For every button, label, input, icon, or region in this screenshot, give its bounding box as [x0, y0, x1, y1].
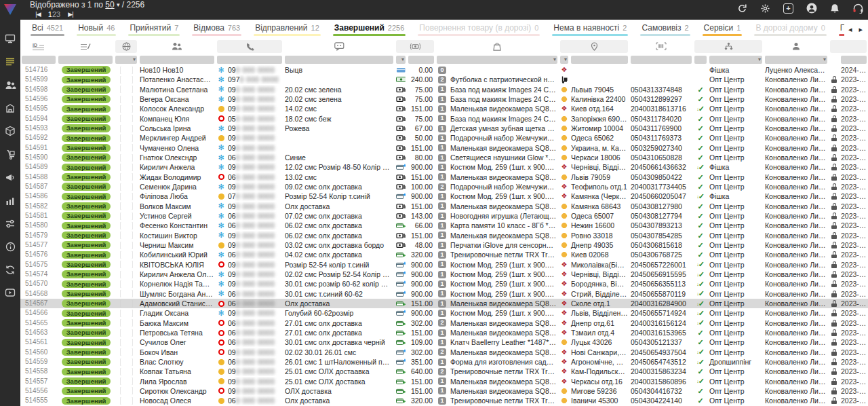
tracking-number[interactable]: 0504307854285	[629, 231, 693, 240]
table-row[interactable]: 514579 Завершений Костишин Виктор ✻ 090 …	[20, 231, 868, 240]
table-row[interactable]: 514593 Завершений Сольська Ірина ✻ 090 0…	[20, 124, 868, 133]
tab-8[interactable]: Самовивіз 2	[634, 20, 696, 39]
column-channel-header[interactable]	[694, 40, 762, 53]
tracking-number[interactable]: 0504308127980	[629, 202, 693, 211]
sidebar-item-procurement[interactable]	[0, 143, 20, 166]
sidebar-item-automation[interactable]	[0, 212, 20, 235]
sidebar-item-dashboard[interactable]	[0, 27, 20, 50]
table-row[interactable]: 514588 Завершений Жидак Володимир 060 00…	[20, 172, 868, 182]
column-comment-header[interactable]	[285, 40, 393, 53]
table-row[interactable]: 514592 Завершений Мерклингер Андрей 090 …	[20, 133, 868, 143]
tracking-number[interactable]: 20400317734405	[629, 182, 693, 191]
table-row[interactable]: 514560 Завершений Бокоч Иван 090 000 000…	[20, 348, 868, 357]
tab-1[interactable]: Новый 46	[71, 20, 122, 39]
table-row[interactable]: 514556 Завершений Сиротюк Олександр 090 …	[20, 386, 868, 396]
filter-dropdown-arrow-icon[interactable]: ▾	[401, 56, 404, 64]
column-filter-input[interactable]: ▾	[560, 56, 568, 64]
tracking-number[interactable]: 20450656915595	[629, 270, 693, 279]
column-filter-input[interactable]	[22, 56, 56, 64]
column-filter-input[interactable]	[571, 56, 628, 64]
column-manager-header[interactable]	[765, 40, 827, 53]
tracking-number[interactable]: 20400316284900	[629, 299, 693, 308]
filter-dropdown-arrow-icon[interactable]: ▾	[133, 56, 136, 64]
column-id-header[interactable]: ID	[22, 40, 56, 53]
table-row[interactable]: 514563 Завершений Петровська Тетяна 060 …	[20, 328, 868, 337]
table-row[interactable]: 514570 Завершений Корнелюк Надія Та… ✻ 0…	[20, 279, 868, 289]
table-row[interactable]: 514598 Завершений Малютина Светлана ✻ 09…	[20, 85, 868, 94]
column-filter-input[interactable]	[285, 56, 393, 64]
table-row[interactable]: 514587 Завершений Семенюк Дарина ✻ 090 0…	[20, 182, 868, 191]
table-row[interactable]: 514586 Завершений Філіпова Люба 070 000 …	[20, 191, 868, 201]
sidebar-item-orders[interactable]	[0, 50, 20, 73]
tracking-number[interactable]: 20450656355113	[629, 279, 693, 289]
sidebar-item-marketing[interactable]	[0, 166, 20, 189]
tracking-number[interactable]: 0504311769373	[629, 133, 693, 143]
tracking-number[interactable]: 0504308127794	[629, 211, 693, 221]
sidebar-item-partners[interactable]	[0, 258, 20, 281]
page-button-3[interactable]: 3	[56, 10, 60, 18]
gear-icon[interactable]	[760, 3, 770, 14]
table-row[interactable]: 514559 Завершений Влас Слотюу 060 000 00…	[20, 357, 868, 367]
tracking-number[interactable]: 20450661436632	[629, 162, 693, 172]
tracking-number[interactable]: 0504304416732	[629, 386, 693, 396]
table-row[interactable]: 514557 Завершений Лила Ярослав 090 000 0…	[20, 377, 868, 386]
table-row[interactable]: 514568 Завершений Шумляс Богдана Ан… ✻ 0…	[20, 289, 868, 299]
column-filter-input[interactable]	[140, 56, 214, 64]
tracking-number[interactable]: 0504306815618	[629, 240, 693, 250]
table-row[interactable]: 514577 Завершений Черниш Максим 090 000 …	[20, 240, 868, 250]
table-row[interactable]: 514596 Завершений Вегера Оксана ✻ 090 00…	[20, 94, 868, 104]
table-row[interactable]: 514566 Завершений Гладик Оксана ✻ 090 00…	[20, 308, 868, 318]
table-row[interactable]: 514574 Завершений Кирилич Анжела Ол… ✻ 0…	[20, 270, 868, 279]
tab-5[interactable]: Завершений 2256	[327, 20, 412, 39]
table-row[interactable]: 514582 Завершений Волков Максим ✻ 090 00…	[20, 202, 868, 211]
tracking-number[interactable]: 20450655870119	[629, 289, 693, 299]
tracking-number[interactable]: 20450660205047	[629, 191, 693, 201]
tab-10[interactable]: В дорозі додому 0	[748, 20, 832, 39]
page-size-dropdown[interactable]: 50 ▾	[105, 0, 119, 10]
tracking-number[interactable]: 20400315863234	[629, 367, 693, 376]
column-phone-header[interactable]	[217, 40, 282, 53]
table-row[interactable]: 514567 Завершений Адамовский Станис… 060…	[20, 299, 868, 308]
tracking-number[interactable]: 0504305121337	[629, 337, 693, 347]
table-row[interactable]: 514595 Завершений Колосок Александр 090 …	[20, 104, 868, 113]
tracking-number[interactable]: 20450655714924	[629, 308, 693, 318]
column-tracking-header[interactable]	[631, 40, 692, 53]
tracking-number[interactable]: 0504310650828	[629, 153, 693, 162]
tracking-number[interactable]: 20450654937504	[629, 348, 693, 357]
table-row[interactable]: 514555 Завершений Новосад Олеся 060 000 …	[20, 396, 868, 405]
first-page-button[interactable]: |◀	[30, 10, 46, 19]
table-row[interactable]: 514599 Завершений Потапенко Анастас… ✻ 0…	[20, 75, 868, 84]
tab-0[interactable]: Всі 4521	[24, 20, 71, 39]
tracking-number[interactable]: 0504313374848	[629, 85, 693, 94]
tracking-number[interactable]: 0504306768725	[629, 250, 693, 259]
table-row[interactable]: 514589 Завершений Кирилич Анжела ✻ 090 0…	[20, 162, 868, 172]
filter-dropdown-arrow-icon[interactable]: ▾	[758, 56, 761, 64]
sidebar-item-statistics[interactable]	[0, 189, 20, 212]
table-row[interactable]: 514575 Завершений КВІТОВСЬКА ЮЛІЯ 090 00…	[20, 260, 868, 270]
table-row[interactable]: 514580 Завершений Фесенко Константин ✻ 0…	[20, 221, 868, 230]
add-order-button[interactable]: +	[783, 3, 793, 14]
tracking-number[interactable]: 0504312899297	[629, 94, 693, 104]
column-filter-input[interactable]	[58, 56, 113, 64]
sidebar-item-info[interactable]	[0, 235, 20, 258]
column-filter-input[interactable]: ▾	[765, 56, 827, 64]
tracking-number[interactable]: 20400315860896	[629, 377, 693, 386]
tracking-number[interactable]: 20400318613716	[629, 104, 693, 113]
filter-dropdown-arrow-icon[interactable]: ▾	[564, 56, 567, 64]
tracking-number[interactable]: 20400316156124	[629, 318, 693, 328]
tab-7[interactable]: Нема в наявності 2	[546, 20, 634, 39]
filter-dropdown-arrow-icon[interactable]: ▾	[553, 56, 556, 64]
tracking-number[interactable]: 20450657226001	[629, 260, 693, 270]
column-country-header[interactable]	[115, 40, 137, 53]
column-filter-input[interactable]	[408, 56, 434, 64]
column-filter-input[interactable]	[841, 56, 867, 64]
table-row[interactable]: 514716 Завершений Нов10 Нов10 ✻ 090 000 …	[20, 65, 868, 75]
table-row[interactable]: 514561 Завершений Сучилов Олег 060 000 0…	[20, 337, 868, 347]
table-row[interactable]: 514581 Завершений Устинов Сергей ✻ 060 0…	[20, 211, 868, 221]
sidebar-item-clients[interactable]	[0, 73, 20, 96]
column-filter-input[interactable]: ▾	[115, 56, 137, 64]
app-logo[interactable]	[0, 0, 20, 19]
tracking-number[interactable]: 0504304224140	[629, 396, 693, 405]
tracking-number[interactable]: 0504311769900	[629, 124, 693, 133]
tracking-number[interactable]: 0504309850422	[629, 172, 693, 182]
